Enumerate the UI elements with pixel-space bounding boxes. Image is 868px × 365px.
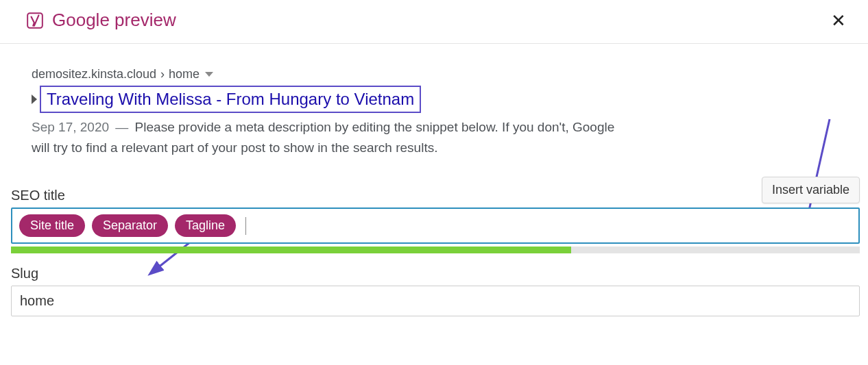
breadcrumb-domain: demositez.kinsta.cloud: [32, 67, 156, 81]
caret-right-icon[interactable]: [32, 95, 37, 104]
seo-title-row: SEO title Insert variable Site title Sep…: [11, 177, 860, 253]
slug-row: Slug: [11, 266, 860, 316]
preview-date: Sep 17, 2020: [32, 120, 109, 134]
preview-meta-description: Sep 17, 2020 — Please provide a meta des…: [32, 117, 635, 158]
yoast-icon: [26, 12, 44, 29]
content-area: demositez.kinsta.cloud › home Traveling …: [0, 44, 868, 316]
seo-title-input[interactable]: Site title Separator Tagline: [11, 207, 860, 244]
pill-separator[interactable]: Separator: [92, 214, 168, 237]
dash-sep: —: [115, 120, 128, 134]
breadcrumb-sep: ›: [160, 67, 165, 81]
close-icon[interactable]: ✕: [831, 12, 846, 29]
breadcrumb: demositez.kinsta.cloud › home: [32, 67, 655, 81]
text-cursor: [245, 217, 246, 235]
header-left: Google preview: [26, 10, 176, 31]
pill-site-title[interactable]: Site title: [19, 214, 85, 237]
breadcrumb-path: home: [169, 67, 200, 81]
seo-title-label: SEO title: [11, 188, 65, 203]
pill-tagline[interactable]: Tagline: [175, 214, 236, 237]
progress-fill: [11, 247, 571, 253]
panel-header: Google preview ✕: [0, 0, 868, 44]
chevron-down-icon[interactable]: [205, 72, 213, 77]
insert-variable-button[interactable]: Insert variable: [762, 177, 860, 203]
slug-label: Slug: [11, 266, 860, 281]
google-preview: demositez.kinsta.cloud › home Traveling …: [11, 67, 655, 158]
seo-title-progress: [11, 247, 860, 253]
preview-title[interactable]: Traveling With Melissa - From Hungary to…: [40, 86, 421, 113]
panel-title: Google preview: [52, 10, 176, 31]
slug-input[interactable]: [11, 286, 860, 316]
